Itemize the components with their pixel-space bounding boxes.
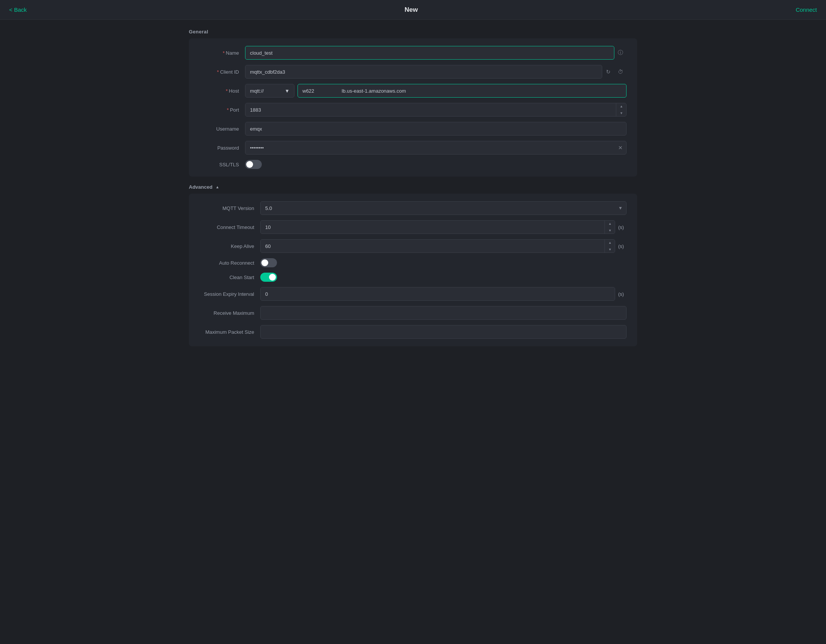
ssl-toggle[interactable]	[245, 160, 262, 169]
keep-alive-row: Keep Alive ▲ ▼ (s)	[199, 239, 627, 253]
connect-timeout-row: Connect Timeout ▲ ▼ (s)	[199, 220, 627, 234]
connect-button[interactable]: Connect	[796, 6, 817, 13]
protocol-value: mqtt://	[250, 88, 264, 94]
clean-start-label: Clean Start	[199, 275, 260, 280]
advanced-label: Advanced	[189, 184, 212, 190]
session-expiry-row: Session Expiry Interval (s)	[199, 287, 627, 301]
ssl-label: SSL/TLS	[199, 162, 245, 167]
port-label: *Port	[199, 107, 245, 113]
keepalive-increment[interactable]: ▲	[605, 239, 615, 246]
protocol-select[interactable]: mqtt:// ▼	[245, 84, 294, 98]
host-input[interactable]	[297, 84, 627, 98]
mqtt-version-select[interactable]: 3.1 3.1.1 5.0	[260, 201, 627, 215]
advanced-section-title[interactable]: Advanced ▲	[189, 184, 637, 190]
username-label: Username	[199, 126, 245, 132]
name-info-icon[interactable]: ⓘ	[614, 47, 627, 59]
port-increment[interactable]: ▲	[616, 103, 627, 110]
password-clear-icon[interactable]: ✕	[618, 145, 623, 151]
connect-timeout-wrapper: ▲ ▼	[260, 220, 615, 234]
keep-alive-spinner: ▲ ▼	[604, 239, 615, 253]
back-button[interactable]: < Back	[9, 6, 27, 13]
password-wrapper: ✕	[245, 141, 627, 155]
port-decrement[interactable]: ▼	[616, 110, 627, 117]
page-content: General *Name ⓘ *Client ID ↻ ⏱ *Host	[181, 20, 645, 363]
mqtt-version-label: MQTT Version	[199, 205, 260, 211]
protocol-chevron: ▼	[285, 88, 290, 94]
name-label: *Name	[199, 50, 245, 56]
ssl-toggle-track	[245, 160, 262, 169]
auto-reconnect-toggle[interactable]	[260, 258, 277, 267]
keep-alive-wrapper: ▲ ▼	[260, 239, 615, 253]
general-section-title: General	[189, 29, 637, 35]
port-input[interactable]	[245, 103, 627, 117]
auto-reconnect-track	[260, 258, 277, 267]
keep-alive-input[interactable]	[260, 239, 615, 253]
session-expiry-label: Session Expiry Interval	[199, 291, 260, 297]
required-star4: *	[227, 107, 229, 113]
name-input[interactable]	[245, 46, 614, 60]
auto-reconnect-row: Auto Reconnect	[199, 258, 627, 267]
advanced-arrow-icon: ▲	[215, 185, 219, 189]
client-id-info-icon[interactable]: ⏱	[614, 66, 627, 78]
required-star3: *	[226, 88, 228, 94]
general-card: *Name ⓘ *Client ID ↻ ⏱ *Host mqtt:// ▼	[189, 38, 637, 177]
password-input[interactable]	[245, 141, 627, 155]
client-id-row: *Client ID ↻ ⏱	[199, 65, 627, 79]
max-packet-size-row: Maximum Packet Size	[199, 325, 627, 339]
receive-maximum-label: Receive Maximum	[199, 310, 260, 316]
connect-timeout-spinner: ▲ ▼	[604, 220, 615, 234]
max-packet-size-input[interactable]	[260, 325, 627, 339]
host-label: *Host	[199, 88, 245, 94]
port-spinner: ▲ ▼	[616, 103, 627, 117]
host-input-group: mqtt:// ▼	[245, 84, 627, 98]
ssl-toggle-thumb	[246, 161, 253, 168]
client-id-refresh-icon[interactable]: ↻	[602, 66, 614, 78]
timeout-increment[interactable]: ▲	[605, 220, 615, 227]
session-expiry-unit: (s)	[618, 291, 627, 297]
mqtt-version-row: MQTT Version 3.1 3.1.1 5.0 ▼	[199, 201, 627, 215]
timeout-decrement[interactable]: ▼	[605, 227, 615, 234]
session-expiry-input[interactable]	[260, 287, 615, 301]
advanced-card: MQTT Version 3.1 3.1.1 5.0 ▼ Connect Tim…	[189, 194, 637, 346]
receive-maximum-input[interactable]	[260, 306, 627, 320]
auto-reconnect-label: Auto Reconnect	[199, 260, 260, 266]
keepalive-decrement[interactable]: ▼	[605, 246, 615, 253]
connect-timeout-label: Connect Timeout	[199, 224, 260, 230]
connect-timeout-input[interactable]	[260, 220, 615, 234]
page-title: New	[405, 6, 418, 14]
connect-timeout-unit: (s)	[618, 224, 627, 230]
clean-start-row: Clean Start	[199, 273, 627, 282]
mqtt-version-select-wrapper: 3.1 3.1.1 5.0 ▼	[260, 201, 627, 215]
clean-start-track	[260, 273, 277, 282]
required-star: *	[223, 50, 225, 56]
password-label: Password	[199, 145, 245, 151]
clean-start-thumb	[269, 274, 276, 281]
auto-reconnect-thumb	[261, 259, 268, 266]
host-row: *Host mqtt:// ▼	[199, 84, 627, 98]
username-row: Username	[199, 122, 627, 136]
keep-alive-unit: (s)	[618, 243, 627, 249]
port-row: *Port ▲ ▼	[199, 103, 627, 117]
required-star2: *	[217, 69, 219, 75]
username-input[interactable]	[245, 122, 627, 136]
header: < Back New Connect	[0, 0, 826, 20]
client-id-label: *Client ID	[199, 69, 245, 75]
receive-maximum-row: Receive Maximum	[199, 306, 627, 320]
port-wrapper: ▲ ▼	[245, 103, 627, 117]
name-row: *Name ⓘ	[199, 46, 627, 60]
ssl-row: SSL/TLS	[199, 160, 627, 169]
max-packet-size-label: Maximum Packet Size	[199, 329, 260, 335]
clean-start-toggle[interactable]	[260, 273, 277, 282]
client-id-input[interactable]	[245, 65, 602, 79]
keep-alive-label: Keep Alive	[199, 243, 260, 249]
password-row: Password ✕	[199, 141, 627, 155]
